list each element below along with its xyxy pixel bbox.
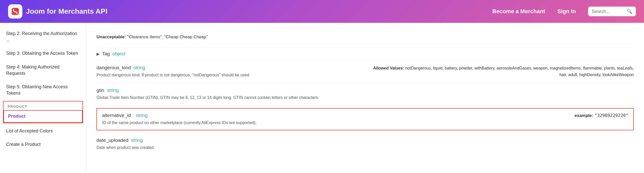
sidebar-item-product[interactable]: Product	[4, 110, 83, 123]
sidebar-item-colors[interactable]: List of Accepted Colors	[0, 124, 86, 138]
field-left-dangerous-kind: dangerous_kind string Product dangerous …	[96, 65, 360, 78]
allowed-values: notDangerous, liquid, battery, powder, w…	[405, 66, 634, 77]
sidebar-item-step4[interactable]: Step 4: Making Authorized Requests	[0, 60, 86, 80]
field-name-date-uploaded: date_uploaded	[96, 137, 128, 143]
field-row-gtin: gtin string Global Trade Item Number (GT…	[96, 83, 634, 106]
tag-type: object	[112, 51, 125, 57]
field-type-gtin: string	[107, 88, 119, 93]
unacceptable-text: Unacceptable: "Clearance Items", "Cheap …	[96, 33, 634, 40]
sign-in-link[interactable]: Sign In	[557, 8, 576, 15]
tag-label: Tag	[102, 51, 110, 57]
field-name-gtin: gtin	[96, 88, 104, 93]
header-title: Joom for Merchants API	[26, 7, 107, 15]
field-right-dangerous-kind: Allowed Values: notDangerous, liquid, ba…	[370, 65, 634, 78]
sidebar: Step 2: Receiving the Authorization ... …	[0, 23, 86, 173]
field-row-dangerous-kind: dangerous_kind string Product dangerous …	[96, 60, 634, 83]
field-desc-gtin: Global Trade Item Number (GTIN). GTIN ma…	[96, 95, 634, 101]
field-desc-date-uploaded: Date when product was created	[96, 145, 634, 151]
sidebar-item-step3[interactable]: Step 3: Obtaining the Access Token	[0, 47, 86, 60]
sidebar-item-step5[interactable]: Step 5: Obtaining New Access Tokens	[0, 80, 86, 100]
unacceptable-value: "Clearance Items", "Cheap Cheap Cheap"	[127, 34, 208, 39]
field-row-alternative-id: alternative_id string example: "32969229…	[96, 108, 634, 130]
logo-icon	[8, 4, 22, 19]
sidebar-item-step2[interactable]: Step 2: Receiving the Authorization ...	[0, 27, 86, 47]
header: Joom for Merchants API Become a Merchant…	[0, 0, 644, 23]
field-name-dangerous-kind: dangerous_kind	[96, 65, 131, 71]
field-desc-dangerous-kind: Product dangerous kind. If product is no…	[96, 72, 360, 78]
allowed-label: Allowed Values:	[373, 66, 404, 70]
field-example-alternative-id: example: "32969229220"	[575, 113, 629, 118]
field-desc-alternative-id: ID of the same product on other marketpl…	[102, 120, 628, 126]
main-content: Unacceptable: "Clearance Items", "Cheap …	[86, 23, 644, 173]
unacceptable-label: Unacceptable:	[96, 34, 126, 39]
field-type-date-uploaded: string	[131, 137, 143, 143]
field-type-dangerous-kind: string	[133, 65, 145, 71]
field-row-date-uploaded: date_uploaded string Date when product w…	[96, 133, 634, 155]
sidebar-product-section: PRODUCT Product	[3, 101, 83, 123]
tag-row: ▶ Tag object	[96, 47, 634, 60]
search-box: 🔍	[588, 7, 636, 16]
field-type-alternative-id: string	[136, 113, 148, 118]
example-label: example:	[575, 113, 593, 118]
sidebar-section-label: PRODUCT	[4, 101, 83, 110]
sidebar-item-create[interactable]: Create a Product	[0, 138, 86, 151]
field-allowed-dangerous-kind: Allowed Values: notDangerous, liquid, ba…	[370, 65, 634, 78]
example-value: "32969229220"	[594, 113, 628, 118]
search-icon: 🔍	[627, 9, 632, 14]
tag-arrow-icon[interactable]: ▶	[96, 51, 100, 56]
unacceptable-row: Unacceptable: "Clearance Items", "Cheap …	[96, 29, 634, 47]
logo-wrap: Joom for Merchants API	[8, 4, 107, 19]
field-name-alternative-id: alternative_id	[102, 113, 131, 118]
layout: Step 2: Receiving the Authorization ... …	[0, 23, 644, 173]
header-nav: Become a Merchant Sign In 🔍	[492, 7, 636, 16]
search-input[interactable]	[592, 9, 625, 14]
become-merchant-link[interactable]: Become a Merchant	[492, 8, 545, 15]
